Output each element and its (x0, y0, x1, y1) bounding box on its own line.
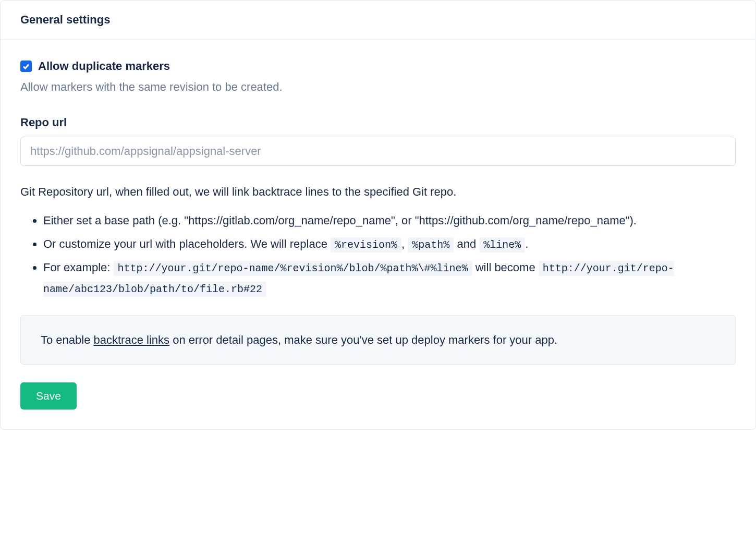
panel-title: General settings (20, 13, 736, 27)
allow-duplicate-markers-help: Allow markers with the same revision to … (20, 80, 736, 94)
code-path: %path% (408, 237, 454, 253)
repo-url-bullets: Either set a base path (e.g. "https://gi… (20, 210, 736, 299)
bullet-text: will become (472, 261, 539, 274)
repo-url-input[interactable] (20, 137, 736, 166)
bullet-example: For example: http://your.git/repo-name/%… (43, 257, 736, 299)
bullet-text: , (401, 237, 408, 250)
bullet-text: Or customize your url with placeholders.… (43, 237, 331, 250)
repo-url-label: Repo url (20, 116, 736, 129)
allow-duplicate-markers-label: Allow duplicate markers (38, 59, 170, 73)
save-button[interactable]: Save (20, 382, 77, 410)
code-line: %line% (479, 237, 525, 253)
bullet-base-path: Either set a base path (e.g. "https://gi… (43, 210, 736, 232)
general-settings-panel: General settings Allow duplicate markers… (0, 0, 756, 430)
checkmark-icon (22, 62, 30, 70)
code-example-template: http://your.git/repo-name/%revision%/blo… (114, 261, 472, 276)
bullet-text: For example: (43, 261, 114, 274)
allow-duplicate-markers-row: Allow duplicate markers (20, 59, 736, 73)
allow-duplicate-markers-checkbox[interactable] (20, 61, 32, 72)
panel-body: Allow duplicate markers Allow markers wi… (1, 40, 755, 429)
panel-header: General settings (1, 1, 755, 40)
bullet-placeholders: Or customize your url with placeholders.… (43, 234, 736, 255)
repo-url-description: Git Repository url, when filled out, we … (20, 183, 736, 201)
bullet-text: and (454, 237, 479, 250)
info-text: To enable (41, 333, 94, 346)
info-text: on error detail pages, make sure you've … (169, 333, 557, 346)
backtrace-links-link[interactable]: backtrace links (94, 333, 170, 346)
code-revision: %revision% (331, 237, 401, 253)
backtrace-info-box: To enable backtrace links on error detai… (20, 315, 736, 365)
bullet-text: . (525, 237, 528, 250)
